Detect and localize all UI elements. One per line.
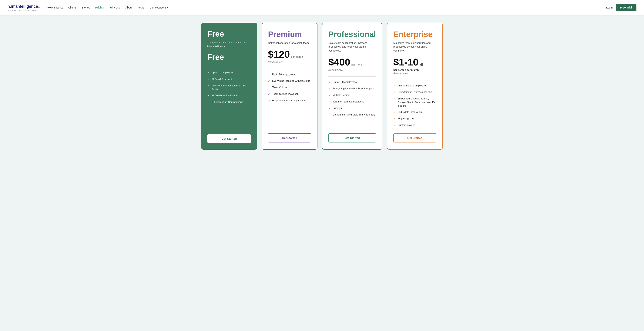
professional-price-amount: $400 bbox=[328, 56, 350, 68]
logo: humantelligence® SMARTER COLLABORATION bbox=[8, 4, 40, 11]
list-item: ✓1-1 Colleague Comparisons bbox=[207, 100, 251, 104]
free-trial-button[interactable]: Free Trial bbox=[616, 4, 636, 11]
check-icon: ✓ bbox=[393, 97, 396, 101]
check-icon: ✓ bbox=[328, 87, 331, 91]
premium-feature-list: ✓Up to 20 employees ✓Everything included… bbox=[268, 73, 311, 103]
list-item: ✓Everything in Professional plus bbox=[393, 90, 436, 94]
plan-card-enterprise: Enterprise Maximize team collaboration a… bbox=[387, 23, 443, 150]
enterprise-price-billed: Billed annually bbox=[393, 72, 436, 75]
nav-why-us[interactable]: Why Us? bbox=[110, 6, 120, 9]
premium-price-amount: $120 bbox=[268, 49, 290, 60]
nav-actions: Login Free Trial bbox=[606, 4, 636, 11]
list-item: ✓Single-sign on bbox=[393, 117, 436, 121]
check-icon: ✓ bbox=[328, 94, 331, 98]
nav-demo-options[interactable]: Demo Options ▾ bbox=[150, 6, 168, 9]
professional-price-period: per month bbox=[352, 63, 363, 66]
professional-price-billed: Billed annually bbox=[328, 68, 376, 71]
check-icon: ✓ bbox=[207, 94, 210, 98]
enterprise-cta-button[interactable]: Get Started bbox=[393, 133, 436, 142]
plan-card-free: Free The quickest and easiest way to try… bbox=[201, 23, 257, 150]
logo-text: humantelligence® bbox=[8, 4, 40, 9]
check-icon: ✓ bbox=[207, 71, 210, 75]
check-icon: ✓ bbox=[328, 100, 331, 104]
list-item: ✓AI Email Assistant bbox=[207, 78, 251, 82]
pricing-section: Free The quickest and easiest way to try… bbox=[0, 15, 644, 331]
enterprise-price-row: $1-10 i bbox=[393, 56, 436, 68]
nav-stories[interactable]: Stories bbox=[82, 6, 90, 9]
list-item: ✓Team Culture bbox=[268, 86, 311, 90]
list-item: ✓Everything included in Premium plus... bbox=[328, 87, 376, 91]
check-icon: ✓ bbox=[328, 113, 331, 117]
nav-how-it-works[interactable]: How It Works bbox=[48, 6, 63, 9]
check-icon: ✓ bbox=[268, 99, 270, 103]
free-divider bbox=[207, 67, 251, 67]
chevron-down-icon: ▾ bbox=[167, 6, 168, 9]
nav-faqs[interactable]: FAQs bbox=[138, 6, 144, 9]
check-icon: ✓ bbox=[393, 110, 396, 114]
check-icon: ✓ bbox=[328, 106, 331, 110]
list-item: ✓Psychometric Assessment and Profile bbox=[207, 84, 251, 91]
check-icon: ✓ bbox=[328, 80, 331, 84]
list-item: ✓Embedded Outlook, Teams, Google, Slack,… bbox=[393, 97, 436, 108]
list-item: ✓Up to 20 employees bbox=[268, 73, 311, 76]
check-icon: ✓ bbox=[268, 92, 270, 96]
enterprise-plan-title: Enterprise bbox=[393, 30, 436, 39]
nav-pricing[interactable]: Pricing bbox=[95, 6, 104, 9]
list-item: ✓Team Culture Playbook bbox=[268, 92, 311, 96]
list-item: ✓Custom profiles bbox=[393, 124, 436, 128]
list-item: ✓Employee Onboarding Coach bbox=[268, 99, 311, 103]
check-icon: ✓ bbox=[393, 90, 396, 94]
enterprise-divider bbox=[393, 80, 436, 80]
pricing-grid: Free The quickest and easiest way to try… bbox=[201, 23, 443, 150]
list-item: ✓Up to 100 employees bbox=[328, 80, 376, 84]
list-item: ✓Up to 10 employees bbox=[207, 71, 251, 75]
premium-price-period: per month bbox=[291, 55, 303, 58]
check-icon: ✓ bbox=[268, 80, 270, 83]
site-header: humantelligence® SMARTER COLLABORATION H… bbox=[0, 0, 644, 15]
list-item: ✓Everything included with free plus bbox=[268, 79, 311, 83]
nav-about[interactable]: About bbox=[126, 6, 132, 9]
logo-tagline: SMARTER COLLABORATION bbox=[8, 9, 40, 11]
premium-divider bbox=[268, 69, 311, 69]
free-plan-price: Free bbox=[207, 53, 251, 62]
professional-price-row: $400 per month bbox=[328, 56, 376, 68]
check-icon: ✓ bbox=[393, 84, 396, 88]
list-item: ✓Comparison Grid View, many to many bbox=[328, 113, 376, 117]
premium-plan-desc: Better collaboration for a small team! bbox=[268, 41, 311, 45]
plan-card-premium: Premium Better collaboration for a small… bbox=[262, 23, 318, 150]
professional-cta-button[interactable]: Get Started bbox=[328, 133, 376, 142]
check-icon: ✓ bbox=[268, 73, 270, 76]
enterprise-price-per-person: per person per month bbox=[393, 68, 436, 71]
premium-plan-title: Premium bbox=[268, 30, 311, 39]
check-icon: ✓ bbox=[393, 117, 396, 121]
list-item: ✓Surveys bbox=[328, 106, 376, 110]
professional-feature-list: ✓Up to 100 employees ✓Everything include… bbox=[328, 80, 376, 117]
free-feature-list: ✓Up to 10 employees ✓AI Email Assistant … bbox=[207, 71, 251, 104]
list-item: ✓Multiple Teams bbox=[328, 94, 376, 98]
enterprise-plan-desc: Maximize team collaboration and producti… bbox=[393, 41, 436, 53]
main-nav: How It Works Clients Stories Pricing Why… bbox=[48, 6, 606, 9]
free-plan-desc: The quickest and easiest way to try Huma… bbox=[207, 41, 251, 48]
enterprise-price-amount: $1-10 bbox=[393, 56, 418, 68]
check-icon: ✓ bbox=[393, 124, 396, 128]
list-item: ✓HRIS data integration bbox=[393, 110, 436, 114]
check-icon: ✓ bbox=[207, 84, 210, 88]
professional-plan-title: Professional bbox=[328, 30, 376, 39]
check-icon: ✓ bbox=[207, 100, 210, 104]
premium-cta-button[interactable]: Get Started bbox=[268, 133, 311, 142]
login-link[interactable]: Login bbox=[606, 6, 612, 9]
plan-card-professional: Professional Scale team collaboration, i… bbox=[322, 23, 382, 150]
enterprise-feature-list: ✓Any number of employees ✓Everything in … bbox=[393, 84, 436, 128]
free-cta-button[interactable]: Get Started bbox=[207, 134, 251, 143]
check-icon: ✓ bbox=[207, 78, 210, 82]
nav-clients[interactable]: Clients bbox=[68, 6, 76, 9]
premium-price-row: $120 per month bbox=[268, 49, 311, 60]
list-item: ✓AI Collaboration Coach bbox=[207, 94, 251, 98]
list-item: ✓Any number of employees bbox=[393, 84, 436, 88]
free-plan-title: Free bbox=[207, 30, 251, 38]
info-icon[interactable]: i bbox=[420, 63, 423, 66]
list-item: ✓Team to Team Comparisons bbox=[328, 100, 376, 104]
premium-price-billed: Billed annually bbox=[268, 61, 311, 64]
check-icon: ✓ bbox=[268, 86, 270, 90]
professional-plan-desc: Scale team collaboration, increase produ… bbox=[328, 41, 376, 53]
